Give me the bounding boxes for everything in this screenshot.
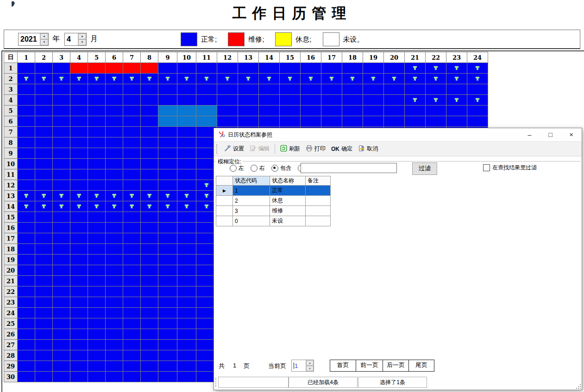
calendar-cell[interactable] — [259, 84, 280, 95]
calendar-cell[interactable] — [158, 137, 177, 148]
calendar-cell[interactable] — [106, 127, 123, 137]
calendar-cell[interactable] — [158, 180, 177, 191]
calendar-cell[interactable] — [18, 372, 35, 382]
calendar-cell[interactable] — [177, 127, 196, 137]
calendar-cell[interactable] — [70, 169, 88, 180]
calendar-cell[interactable] — [384, 95, 405, 106]
calendar-cell[interactable] — [70, 148, 88, 159]
calendar-cell[interactable] — [123, 265, 141, 276]
last-page-button[interactable]: 尾页 — [408, 360, 434, 372]
calendar-cell[interactable] — [158, 308, 177, 318]
calendar-cell[interactable] — [342, 106, 363, 116]
calendar-cell[interactable] — [141, 265, 158, 276]
calendar-cell[interactable] — [35, 201, 53, 212]
calendar-cell[interactable] — [35, 116, 53, 127]
calendar-cell[interactable] — [18, 350, 35, 361]
calendar-cell[interactable] — [342, 63, 363, 74]
calendar-cell[interactable] — [177, 191, 196, 201]
calendar-cell[interactable] — [196, 106, 217, 116]
calendar-cell[interactable] — [158, 372, 177, 382]
close-button[interactable]: × — [561, 128, 582, 141]
calendar-cell[interactable] — [141, 308, 158, 318]
calendar-cell[interactable] — [238, 63, 259, 74]
calendar-cell[interactable] — [321, 74, 342, 84]
cell-name[interactable]: 维修 — [270, 206, 306, 216]
calendar-cell[interactable] — [18, 233, 35, 244]
month-up-button[interactable]: ▲ — [78, 33, 86, 39]
calendar-cell[interactable] — [217, 95, 238, 106]
calendar-cell[interactable] — [35, 244, 53, 255]
calendar-cell[interactable] — [70, 159, 88, 169]
calendar-cell[interactable] — [123, 159, 141, 169]
calendar-cell[interactable] — [70, 265, 88, 276]
calendar-cell[interactable] — [123, 116, 141, 127]
calendar-cell[interactable] — [158, 95, 177, 106]
calendar-cell[interactable] — [35, 276, 53, 286]
calendar-cell[interactable] — [196, 95, 217, 106]
calendar-cell[interactable] — [53, 350, 70, 361]
calendar-cell[interactable] — [53, 137, 70, 148]
page-down-button[interactable]: ▼ — [306, 366, 314, 371]
calendar-cell[interactable] — [259, 95, 280, 106]
calendar-cell[interactable] — [123, 340, 141, 350]
calendar-cell[interactable] — [88, 276, 106, 286]
calendar-cell[interactable] — [280, 84, 301, 95]
calendar-cell[interactable] — [35, 361, 53, 372]
calendar-cell[interactable] — [301, 106, 321, 116]
calendar-cell[interactable] — [467, 95, 488, 106]
calendar-cell[interactable] — [53, 223, 70, 233]
calendar-cell[interactable] — [141, 350, 158, 361]
calendar-cell[interactable] — [53, 340, 70, 350]
calendar-cell[interactable] — [141, 84, 158, 95]
filter-in-results-checkbox[interactable]: 在查找结果里过滤 — [483, 164, 537, 172]
calendar-cell[interactable] — [88, 329, 106, 340]
month-value[interactable]: 4 — [65, 33, 78, 45]
calendar-cell[interactable] — [158, 127, 177, 137]
calendar-cell[interactable] — [18, 159, 35, 169]
calendar-cell[interactable] — [141, 244, 158, 255]
calendar-cell[interactable] — [141, 318, 158, 329]
filter-button[interactable]: 过滤 — [412, 162, 437, 175]
calendar-cell[interactable] — [158, 201, 177, 212]
calendar-cell[interactable] — [88, 106, 106, 116]
calendar-cell[interactable] — [141, 63, 158, 74]
calendar-cell[interactable] — [177, 84, 196, 95]
calendar-cell[interactable] — [18, 95, 35, 106]
calendar-cell[interactable] — [106, 265, 123, 276]
calendar-cell[interactable] — [426, 63, 446, 74]
calendar-cell[interactable] — [35, 180, 53, 191]
calendar-cell[interactable] — [177, 137, 196, 148]
calendar-cell[interactable] — [123, 297, 141, 308]
calendar-cell[interactable] — [141, 201, 158, 212]
calendar-cell[interactable] — [18, 180, 35, 191]
calendar-cell[interactable] — [18, 340, 35, 350]
calendar-cell[interactable] — [467, 116, 488, 127]
calendar-cell[interactable] — [106, 63, 123, 74]
calendar-cell[interactable] — [177, 361, 196, 372]
calendar-cell[interactable] — [238, 116, 259, 127]
calendar-cell[interactable] — [35, 223, 53, 233]
minimize-button[interactable]: – — [519, 128, 540, 141]
calendar-cell[interactable] — [141, 95, 158, 106]
calendar-cell[interactable] — [446, 74, 467, 84]
calendar-cell[interactable] — [123, 350, 141, 361]
calendar-cell[interactable] — [53, 106, 70, 116]
calendar-cell[interactable] — [35, 297, 53, 308]
calendar-cell[interactable] — [70, 201, 88, 212]
calendar-cell[interactable] — [88, 286, 106, 297]
calendar-cell[interactable] — [259, 106, 280, 116]
cell-name[interactable]: 正常 — [270, 186, 306, 196]
calendar-cell[interactable] — [141, 169, 158, 180]
calendar-cell[interactable] — [70, 180, 88, 191]
calendar-cell[interactable] — [141, 297, 158, 308]
calendar-cell[interactable] — [35, 148, 53, 159]
calendar-cell[interactable] — [426, 116, 446, 127]
calendar-cell[interactable] — [123, 318, 141, 329]
calendar-cell[interactable] — [177, 255, 196, 265]
calendar-cell[interactable] — [106, 159, 123, 169]
calendar-cell[interactable] — [363, 74, 384, 84]
calendar-cell[interactable] — [467, 74, 488, 84]
calendar-cell[interactable] — [177, 74, 196, 84]
calendar-cell[interactable] — [18, 191, 35, 201]
calendar-cell[interactable] — [177, 212, 196, 223]
